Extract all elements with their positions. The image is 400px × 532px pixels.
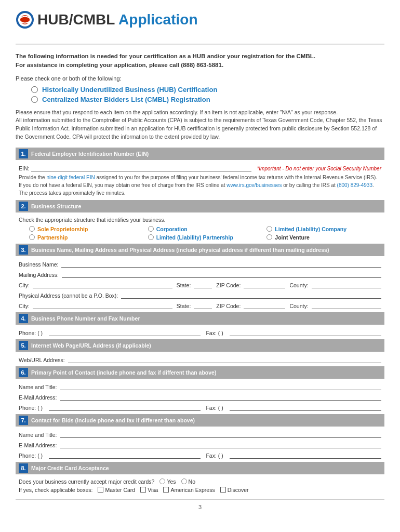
amex-box[interactable]: [163, 487, 169, 493]
section-8-body: Does your business currently accept majo…: [16, 478, 384, 493]
structure-llp[interactable]: Limited (Liability) Partnership: [148, 234, 263, 241]
email-label-6: E-Mail Address:: [19, 394, 57, 401]
email-row-6: E-Mail Address:: [19, 393, 381, 401]
name-title-row-7: Name and Title:: [19, 431, 381, 438]
email-input-6[interactable]: [60, 393, 381, 401]
page-header: HUB/CMBL Application: [16, 10, 384, 34]
phone-input-4[interactable]: [49, 329, 201, 336]
radio-sole-prop[interactable]: [29, 226, 35, 232]
radio-llp[interactable]: [148, 234, 154, 240]
check-label: Please check one or both of the followin…: [16, 75, 384, 82]
credit-yes-radio[interactable]: [159, 478, 165, 484]
credit-no-radio[interactable]: [181, 478, 187, 484]
mailing-addr-label: Mailing Address:: [19, 272, 59, 278]
intro-bold: The following information is needed for …: [16, 52, 384, 70]
state2-input[interactable]: [194, 302, 212, 309]
hub-radio-2[interactable]: [31, 96, 38, 103]
structure-label: Check the appropriate structure that ide…: [19, 217, 381, 223]
mastercard-box[interactable]: [98, 487, 103, 493]
state-input[interactable]: [194, 281, 212, 288]
county-input[interactable]: [312, 281, 381, 288]
zip-input[interactable]: [244, 281, 285, 288]
section-3-header: 3. Business Name, Mailing Address and Ph…: [16, 244, 384, 256]
section-8-header: 8. Major Credit Card Acceptance: [16, 462, 384, 474]
applicable-label: If yes, check applicable boxes:: [19, 487, 92, 493]
amex-checkbox[interactable]: American Express: [163, 487, 215, 493]
phone-label-7: Phone: ( ): [19, 453, 43, 459]
fax-input-4[interactable]: [230, 329, 381, 336]
name-input-7[interactable]: [60, 431, 381, 438]
email-input-7[interactable]: [60, 441, 381, 448]
radio-jv[interactable]: [266, 234, 272, 240]
zip-label: ZIP Code:: [216, 282, 241, 288]
phone-fax-row-4: Phone: ( ) Fax: ( ): [19, 329, 381, 336]
hub-logo-icon: [16, 10, 34, 29]
section-3-title: Business Name, Mailing Address and Physi…: [31, 247, 329, 253]
section-3-num: 3.: [19, 245, 28, 255]
fax-input-7[interactable]: [230, 451, 381, 459]
name-label-7: Name and Title:: [19, 432, 57, 438]
discover-checkbox[interactable]: Discover: [220, 487, 249, 493]
zip2-input[interactable]: [244, 302, 285, 309]
county-label: County:: [289, 282, 308, 288]
hub-radio-1[interactable]: [31, 86, 38, 93]
county2-input[interactable]: [312, 302, 381, 309]
structure-corporation[interactable]: Corporation: [148, 226, 263, 232]
section-5-title: Internet Web Page/URL Address (if applic…: [31, 342, 151, 349]
section-6-header: 6. Primary Point of Contact (include pho…: [16, 366, 384, 379]
visa-box[interactable]: [140, 487, 146, 493]
section-7-title: Contact for Bids (include phone and fax …: [31, 417, 195, 423]
phone-input-7[interactable]: [49, 451, 201, 459]
page-number: 3: [198, 504, 202, 510]
credit-no[interactable]: No: [181, 478, 195, 485]
business-name-input[interactable]: [61, 260, 381, 268]
notice-text: Please ensure that you respond to each i…: [16, 109, 384, 141]
hub-option-2[interactable]: Centralized Master Bidders List (CMBL) R…: [31, 96, 384, 103]
phone-fax-row-6: Phone: ( ) Fax: ( ): [19, 404, 381, 411]
ein-note: *Important - Do not enter your Social Se…: [257, 166, 381, 171]
physical-addr-input[interactable]: [121, 291, 381, 299]
fax-label-7: Fax: ( ): [206, 453, 223, 459]
discover-box[interactable]: [220, 487, 226, 493]
state-label: State:: [177, 282, 191, 288]
structure-partnership[interactable]: Partnership: [29, 234, 144, 241]
section-2-title: Business Structure: [31, 203, 81, 209]
visa-checkbox[interactable]: Visa: [140, 487, 158, 493]
city-input[interactable]: [33, 281, 172, 288]
section-7-body: Name and Title: E-Mail Address: Phone: (…: [16, 431, 384, 459]
email-label-7: E-Mail Address:: [19, 442, 57, 448]
mastercard-checkbox[interactable]: Master Card: [98, 487, 135, 493]
credit-cards-row: If yes, check applicable boxes: Master C…: [19, 487, 381, 493]
section-2-body: Check the appropriate structure that ide…: [16, 217, 384, 241]
email-row-7: E-Mail Address:: [19, 441, 381, 448]
credit-yes[interactable]: Yes: [159, 478, 176, 485]
structure-jv[interactable]: Joint Venture: [266, 234, 381, 241]
physical-addr-row: Physical Address (cannot be a P.O. Box):: [19, 291, 381, 299]
section-5-num: 5.: [19, 341, 28, 350]
radio-partnership[interactable]: [29, 234, 35, 240]
radio-corporation[interactable]: [148, 226, 154, 232]
phone-label-4: Phone: ( ): [19, 330, 43, 336]
name-input-6[interactable]: [60, 383, 381, 390]
page-footer: 3: [16, 499, 384, 510]
section-4-header: 4. Business Phone Number and Fax Number: [16, 312, 384, 325]
state2-label: State:: [177, 303, 191, 309]
fax-input-6[interactable]: [230, 404, 381, 411]
section-4-body: Phone: ( ) Fax: ( ): [16, 329, 384, 336]
ein-label: EIN:: [19, 165, 29, 171]
hub-option-1[interactable]: Historically Underutilized Business (HUB…: [31, 86, 384, 94]
header-divider: [16, 44, 384, 45]
business-name-row: Business Name:: [19, 260, 381, 268]
structure-llc[interactable]: Limited (Liability) Company: [266, 226, 381, 232]
mailing-addr-input[interactable]: [62, 271, 381, 278]
phone-input-6[interactable]: [49, 404, 201, 411]
city-state-zip-row: City: State: ZIP Code: County:: [19, 281, 381, 288]
url-input[interactable]: [68, 356, 381, 363]
ein-input[interactable]: [31, 164, 251, 171]
city2-input[interactable]: [33, 302, 172, 309]
section-1-num: 1.: [19, 149, 28, 158]
credit-card-question-row: Does your business currently accept majo…: [19, 478, 381, 485]
fax-label-4: Fax: ( ): [206, 330, 223, 336]
radio-llc[interactable]: [266, 226, 272, 232]
structure-sole-prop[interactable]: Sole Proprietorship: [29, 226, 144, 232]
